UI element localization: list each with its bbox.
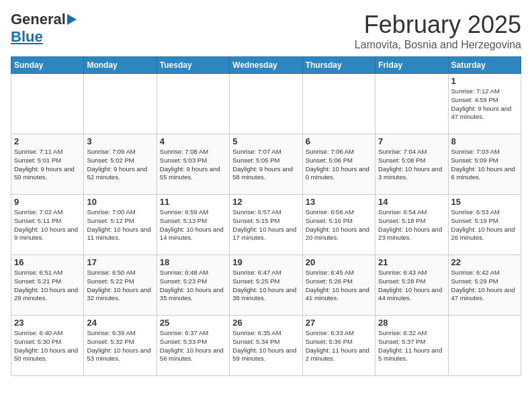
weekday-header-row: SundayMondayTuesdayWednesdayThursdayFrid…: [11, 57, 521, 74]
calendar-day-5: 5Sunrise: 7:07 AM Sunset: 5:05 PM Daylig…: [230, 134, 302, 195]
day-number: 24: [87, 318, 153, 328]
day-info: Sunrise: 6:45 AM Sunset: 5:26 PM Dayligh…: [306, 269, 372, 303]
day-info: Sunrise: 7:09 AM Sunset: 5:02 PM Dayligh…: [87, 148, 153, 182]
calendar-day-19: 19Sunrise: 6:47 AM Sunset: 5:25 PM Dayli…: [230, 255, 302, 316]
calendar-day-3: 3Sunrise: 7:09 AM Sunset: 5:02 PM Daylig…: [84, 134, 157, 195]
day-info: Sunrise: 6:40 AM Sunset: 5:30 PM Dayligh…: [14, 329, 81, 363]
day-info: Sunrise: 6:53 AM Sunset: 5:19 PM Dayligh…: [451, 208, 518, 242]
day-info: Sunrise: 6:48 AM Sunset: 5:23 PM Dayligh…: [160, 269, 226, 303]
weekday-header-thursday: Thursday: [302, 57, 375, 74]
day-number: 17: [87, 257, 153, 267]
day-info: Sunrise: 7:03 AM Sunset: 5:09 PM Dayligh…: [451, 148, 518, 182]
day-number: 14: [378, 197, 445, 207]
day-number: 25: [160, 318, 226, 328]
day-info: Sunrise: 6:57 AM Sunset: 5:15 PM Dayligh…: [232, 208, 299, 242]
day-number: 22: [451, 257, 518, 267]
weekday-header-sunday: Sunday: [11, 57, 84, 74]
empty-cell: [302, 74, 375, 134]
day-info: Sunrise: 7:00 AM Sunset: 5:12 PM Dayligh…: [87, 208, 153, 242]
calendar-table: SundayMondayTuesdayWednesdayThursdayFrid…: [11, 56, 521, 376]
day-info: Sunrise: 6:32 AM Sunset: 5:37 PM Dayligh…: [378, 329, 445, 363]
day-number: 16: [14, 257, 81, 267]
day-info: Sunrise: 7:02 AM Sunset: 5:11 PM Dayligh…: [14, 208, 81, 242]
calendar-day-14: 14Sunrise: 6:54 AM Sunset: 5:18 PM Dayli…: [375, 195, 448, 255]
day-info: Sunrise: 6:59 AM Sunset: 5:13 PM Dayligh…: [160, 208, 226, 242]
calendar-day-26: 26Sunrise: 6:35 AM Sunset: 5:34 PM Dayli…: [230, 316, 302, 376]
weekday-header-wednesday: Wednesday: [230, 57, 302, 74]
calendar-day-22: 22Sunrise: 6:42 AM Sunset: 5:29 PM Dayli…: [448, 255, 521, 316]
day-info: Sunrise: 6:42 AM Sunset: 5:29 PM Dayligh…: [451, 269, 518, 303]
calendar-day-8: 8Sunrise: 7:03 AM Sunset: 5:09 PM Daylig…: [448, 134, 521, 195]
page-header: General Blue February 2025 Lamovita, Bos…: [11, 11, 521, 51]
calendar-day-13: 13Sunrise: 6:56 AM Sunset: 5:16 PM Dayli…: [302, 195, 375, 255]
location: Lamovita, Bosnia and Herzegovina: [355, 39, 521, 51]
day-info: Sunrise: 7:11 AM Sunset: 5:01 PM Dayligh…: [14, 148, 81, 182]
day-info: Sunrise: 7:06 AM Sunset: 5:06 PM Dayligh…: [306, 148, 372, 182]
empty-cell: [448, 316, 521, 376]
calendar-day-4: 4Sunrise: 7:08 AM Sunset: 5:03 PM Daylig…: [157, 134, 229, 195]
title-area: February 2025 Lamovita, Bosnia and Herze…: [355, 11, 521, 51]
day-number: 6: [306, 136, 372, 146]
day-number: 1: [451, 76, 518, 86]
calendar-week-1: 1Sunrise: 7:12 AM Sunset: 4:59 PM Daylig…: [11, 74, 521, 134]
calendar-day-7: 7Sunrise: 7:04 AM Sunset: 5:08 PM Daylig…: [375, 134, 448, 195]
day-number: 3: [87, 136, 153, 146]
empty-cell: [375, 74, 448, 134]
weekday-header-friday: Friday: [375, 57, 448, 74]
logo-general: General: [11, 11, 66, 28]
calendar-week-2: 2Sunrise: 7:11 AM Sunset: 5:01 PM Daylig…: [11, 134, 521, 195]
calendar-day-2: 2Sunrise: 7:11 AM Sunset: 5:01 PM Daylig…: [11, 134, 84, 195]
day-info: Sunrise: 6:39 AM Sunset: 5:32 PM Dayligh…: [87, 329, 153, 363]
calendar-day-15: 15Sunrise: 6:53 AM Sunset: 5:19 PM Dayli…: [448, 195, 521, 255]
month-title: February 2025: [355, 11, 521, 39]
day-info: Sunrise: 7:04 AM Sunset: 5:08 PM Dayligh…: [378, 148, 445, 182]
calendar-day-24: 24Sunrise: 6:39 AM Sunset: 5:32 PM Dayli…: [84, 316, 157, 376]
day-number: 4: [160, 136, 226, 146]
weekday-header-tuesday: Tuesday: [157, 57, 229, 74]
day-number: 9: [14, 197, 81, 207]
day-number: 7: [378, 136, 445, 146]
calendar-day-25: 25Sunrise: 6:37 AM Sunset: 5:33 PM Dayli…: [157, 316, 229, 376]
calendar-day-20: 20Sunrise: 6:45 AM Sunset: 5:26 PM Dayli…: [302, 255, 375, 316]
weekday-header-monday: Monday: [84, 57, 157, 74]
day-info: Sunrise: 6:33 AM Sunset: 5:36 PM Dayligh…: [306, 329, 372, 363]
day-number: 26: [232, 318, 299, 328]
day-info: Sunrise: 7:12 AM Sunset: 4:59 PM Dayligh…: [451, 87, 518, 122]
calendar-day-16: 16Sunrise: 6:51 AM Sunset: 5:21 PM Dayli…: [11, 255, 84, 316]
day-info: Sunrise: 6:54 AM Sunset: 5:18 PM Dayligh…: [378, 208, 445, 242]
calendar-day-28: 28Sunrise: 6:32 AM Sunset: 5:37 PM Dayli…: [375, 316, 448, 376]
empty-cell: [11, 74, 84, 134]
logo-arrow-icon: [67, 14, 77, 25]
day-info: Sunrise: 6:43 AM Sunset: 5:28 PM Dayligh…: [378, 269, 445, 303]
day-number: 10: [87, 197, 153, 207]
day-number: 8: [451, 136, 518, 146]
day-number: 27: [306, 318, 372, 328]
calendar-day-18: 18Sunrise: 6:48 AM Sunset: 5:23 PM Dayli…: [157, 255, 229, 316]
calendar-day-6: 6Sunrise: 7:06 AM Sunset: 5:06 PM Daylig…: [302, 134, 375, 195]
calendar-week-3: 9Sunrise: 7:02 AM Sunset: 5:11 PM Daylig…: [11, 195, 521, 255]
day-info: Sunrise: 6:37 AM Sunset: 5:33 PM Dayligh…: [160, 329, 226, 363]
day-number: 19: [232, 257, 299, 267]
calendar-day-1: 1Sunrise: 7:12 AM Sunset: 4:59 PM Daylig…: [448, 74, 521, 134]
calendar-day-21: 21Sunrise: 6:43 AM Sunset: 5:28 PM Dayli…: [375, 255, 448, 316]
day-number: 18: [160, 257, 226, 267]
calendar-week-4: 16Sunrise: 6:51 AM Sunset: 5:21 PM Dayli…: [11, 255, 521, 316]
calendar-day-23: 23Sunrise: 6:40 AM Sunset: 5:30 PM Dayli…: [11, 316, 84, 376]
logo: General Blue: [11, 11, 77, 46]
day-number: 5: [232, 136, 299, 146]
day-info: Sunrise: 7:08 AM Sunset: 5:03 PM Dayligh…: [160, 148, 226, 182]
logo-blue: Blue: [11, 28, 43, 46]
day-number: 15: [451, 197, 518, 207]
calendar-day-11: 11Sunrise: 6:59 AM Sunset: 5:13 PM Dayli…: [157, 195, 229, 255]
day-number: 21: [378, 257, 445, 267]
calendar-day-17: 17Sunrise: 6:50 AM Sunset: 5:22 PM Dayli…: [84, 255, 157, 316]
day-info: Sunrise: 6:51 AM Sunset: 5:21 PM Dayligh…: [14, 269, 81, 303]
calendar-week-5: 23Sunrise: 6:40 AM Sunset: 5:30 PM Dayli…: [11, 316, 521, 376]
day-info: Sunrise: 6:56 AM Sunset: 5:16 PM Dayligh…: [306, 208, 372, 242]
empty-cell: [84, 74, 157, 134]
day-info: Sunrise: 6:35 AM Sunset: 5:34 PM Dayligh…: [232, 329, 299, 363]
day-number: 12: [232, 197, 299, 207]
calendar-day-9: 9Sunrise: 7:02 AM Sunset: 5:11 PM Daylig…: [11, 195, 84, 255]
day-number: 2: [14, 136, 81, 146]
day-info: Sunrise: 6:50 AM Sunset: 5:22 PM Dayligh…: [87, 269, 153, 303]
